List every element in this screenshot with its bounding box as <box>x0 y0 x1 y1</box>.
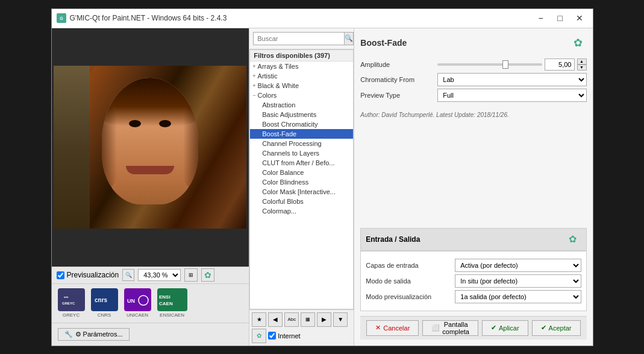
tree-item-channels-layers[interactable]: Channels to Layers <box>250 148 353 158</box>
params-button[interactable]: 🔧 ⚙ Parámetros... <box>58 328 130 341</box>
tree-item-boost-fade[interactable]: Boost-Fade <box>250 129 353 139</box>
content-area: Previsualización 🔍 43,30 % ⊞ ✿ ▪▪▪ GREYC <box>52 28 593 346</box>
zoom-select[interactable]: 43,30 % <box>138 269 181 281</box>
svg-text:G: G <box>60 16 63 21</box>
ensicaen-logo-box: ENSI CAEN <box>157 288 187 311</box>
action-buttons: ✕ Cancelar ⬜ Pantalla completa ✔ Aplicar… <box>360 316 586 340</box>
fullscreen-icon: ⬜ <box>431 324 440 332</box>
preview-bar: Previsualización 🔍 43,30 % ⊞ ✿ <box>52 267 249 283</box>
refresh-btn[interactable]: ✿ <box>252 329 266 343</box>
tree-label-boost-fade: Boost-Fade <box>262 130 296 137</box>
amplitude-thumb[interactable] <box>502 60 508 69</box>
svg-text:ENSI: ENSI <box>159 294 170 300</box>
right-arrow-btn[interactable]: ▶ <box>317 312 331 327</box>
text-btn[interactable]: Abc <box>284 312 299 327</box>
filter-panel: 🔍 Filtros disponibles (397) + Arrays & T… <box>249 28 354 346</box>
modo-salida-label: Modo de salida <box>366 277 450 285</box>
cancel-icon: ✕ <box>375 324 381 332</box>
modo-salida-select[interactable]: In situ (por defecto) <box>455 274 581 288</box>
io-section-header: Entrada / Salida ✿ <box>360 228 586 251</box>
down-arrow-btn[interactable]: ▼ <box>333 312 348 327</box>
preview-label: Previsualización <box>67 271 119 279</box>
logo-ensicaen: ENSI CAEN ENSICAEN <box>157 288 187 318</box>
tree-label-basic: Basic Adjustments <box>262 111 316 118</box>
ok-label: Aceptar <box>549 324 572 332</box>
tree-item-color-mask[interactable]: Color Mask [Interactive... <box>250 187 353 197</box>
amplitude-spinner: ▲ ▼ <box>577 58 587 71</box>
tree-label-colorful-blobs: Colorful Blobs <box>262 198 303 205</box>
preview-type-select[interactable]: Full Half Split <box>437 89 586 102</box>
tree-item-colors[interactable]: − Colors <box>250 90 353 100</box>
capas-label: Capas de entrada <box>366 262 450 269</box>
maximize-button[interactable]: □ <box>552 12 569 24</box>
preview-checkbox[interactable] <box>57 271 64 279</box>
fav-btn[interactable]: ★ <box>252 312 266 327</box>
ok-button[interactable]: ✔ Aceptar <box>532 320 581 336</box>
author-name: David Tschumperlé <box>381 112 433 118</box>
search-button[interactable]: 🔍 <box>345 32 354 45</box>
apply-label: Aplicar <box>499 324 519 332</box>
preview-type-row: Preview Type Full Half Split <box>360 89 586 102</box>
author-area: Author: David Tschumperlé. Latest Update… <box>360 112 586 118</box>
tree-item-artistic[interactable]: + Artistic <box>250 71 353 81</box>
ok-icon: ✔ <box>541 324 546 332</box>
preview-type-label: Preview Type <box>360 92 433 99</box>
amplitude-down-btn[interactable]: ▼ <box>577 65 587 71</box>
tree-label-colormap: Colormap... <box>262 207 296 215</box>
apply-button[interactable]: ✔ Aplicar <box>482 320 528 336</box>
filter-settings-btn[interactable]: ✿ <box>570 34 587 51</box>
tree-item-arrays-tiles[interactable]: + Arrays & Tiles <box>250 62 353 71</box>
params-label: ⚙ Parámetros... <box>75 330 123 338</box>
modo-preview-row: Modo previsualización 1a salida (por def… <box>366 290 581 303</box>
tree-item-colormap[interactable]: Colormap... <box>250 206 353 216</box>
tree-label-channel-proc: Channel Processing <box>262 140 321 147</box>
search-bar: 🔍 <box>249 28 354 49</box>
expand-icon-artistic: + <box>252 73 255 79</box>
tree-label-bw: Black & White <box>258 82 299 89</box>
capas-select[interactable]: Activa (por defecto) <box>455 259 581 272</box>
spacer <box>360 123 586 218</box>
main-window: G G'MIC-Qt for Paint.NET - Windows 64 bi… <box>51 8 593 346</box>
update-date: 2018/11/26. <box>477 112 509 118</box>
minimize-button[interactable]: − <box>533 12 549 24</box>
svg-text:CAEN: CAEN <box>159 301 173 306</box>
cnrs-logo-box: cnrs <box>91 288 118 311</box>
unicaen-label: UNICAEN <box>127 312 148 318</box>
zoom-out-btn[interactable]: 🔍 <box>122 269 134 281</box>
update-label: . Latest Update: <box>433 112 477 118</box>
settings-preview-btn[interactable]: ✿ <box>201 268 214 282</box>
fullscreen-label: Pantalla completa <box>442 321 469 335</box>
expand-icon-arrays: + <box>252 63 255 69</box>
tree-label-channels-layers: Channels to Layers <box>262 150 319 157</box>
tree-item-basic[interactable]: Basic Adjustments <box>250 110 353 119</box>
modo-preview-select[interactable]: 1a salida (por defecto) <box>455 290 581 303</box>
logos-bar: ▪▪▪ GREYC GREYC cnrs CNRS <box>52 283 249 323</box>
tree-item-bw[interactable]: + Black & White <box>250 81 353 90</box>
tree-item-color-balance[interactable]: Color Balance <box>250 168 353 177</box>
cancel-label: Cancelar <box>383 324 410 332</box>
svg-text:cnrs: cnrs <box>95 297 108 303</box>
tree-item-clut[interactable]: CLUT from After / Befo... <box>250 158 353 168</box>
search-input[interactable] <box>253 32 345 45</box>
zoom-fit-btn[interactable]: ⊞ <box>184 268 198 282</box>
tree-item-channel-proc[interactable]: Channel Processing <box>250 139 353 148</box>
io-settings-btn[interactable]: ✿ <box>564 231 581 248</box>
filter-title: Boost-Fade <box>360 38 407 48</box>
cancel-button[interactable]: ✕ Cancelar <box>366 320 419 336</box>
amplitude-value[interactable] <box>545 58 575 71</box>
fullscreen-button[interactable]: ⬜ Pantalla completa <box>422 320 478 336</box>
chromaticity-select[interactable]: Lab RGB HSV <box>437 73 586 86</box>
close-button[interactable]: ✕ <box>571 12 588 24</box>
internet-checkbox[interactable] <box>268 332 276 340</box>
amplitude-up-btn[interactable]: ▲ <box>577 58 587 65</box>
tree-item-boost-chroma[interactable]: Boost Chromaticity <box>250 119 353 129</box>
left-panel: Previsualización 🔍 43,30 % ⊞ ✿ ▪▪▪ GREYC <box>52 28 249 346</box>
tree-item-colorful-blobs[interactable]: Colorful Blobs <box>250 197 353 206</box>
filter-tree: Filtros disponibles (397) + Arrays & Til… <box>249 49 354 309</box>
left-arrow-btn[interactable]: ◀ <box>268 312 283 327</box>
grid-btn[interactable]: ▦ <box>301 312 315 327</box>
tree-item-abstraction[interactable]: Abstraction <box>250 100 353 110</box>
amplitude-slider[interactable] <box>437 63 542 66</box>
tree-item-color-blindness[interactable]: Color Blindness <box>250 177 353 187</box>
image-background <box>54 66 246 229</box>
